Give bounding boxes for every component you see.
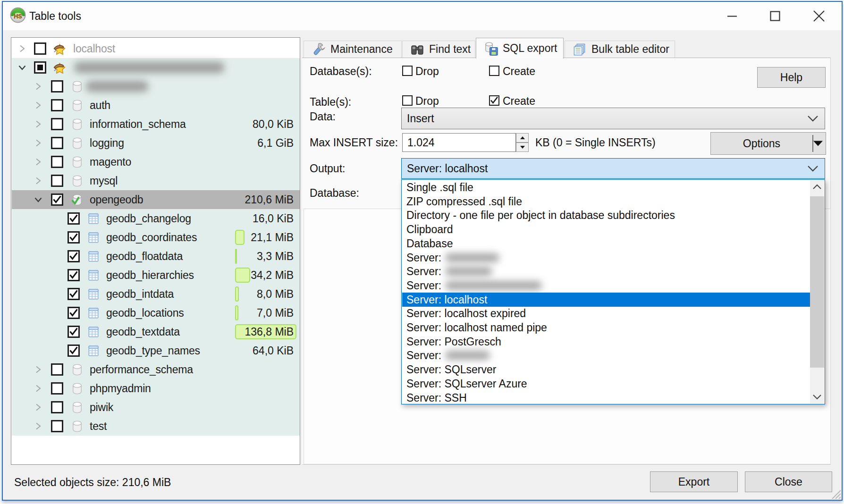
- tree-row-information_schema[interactable]: information_schema80,0 KiB: [12, 115, 300, 134]
- dropdown-item-server-[interactable]: Server:: [402, 278, 811, 293]
- database-label: Database:: [310, 187, 359, 199]
- tree-row-geodb_hierarchies[interactable]: geodb_hierarchies34,2 MiB: [12, 266, 300, 285]
- help-button[interactable]: Help: [757, 67, 826, 88]
- tree-checkbox-checked[interactable]: [68, 250, 80, 262]
- tree-row-censored[interactable]: [12, 77, 300, 96]
- tab-maintenance[interactable]: Maintenance: [304, 41, 402, 58]
- tree-row-geodb_coordinates[interactable]: geodb_coordinates21,1 MiB: [12, 228, 300, 247]
- data-combobox[interactable]: Insert: [401, 108, 825, 129]
- tree-checkbox-checked[interactable]: [68, 269, 80, 281]
- dropdown-item-zip-compressed-sql-file[interactable]: ZIP compressed .sql file: [402, 194, 811, 209]
- expand-expand-chevron-icon[interactable]: [34, 139, 42, 147]
- tree-row-geodb_type_names[interactable]: geodb_type_names64,0 KiB: [12, 341, 300, 360]
- dropdown-item-server-localhost-expired[interactable]: Server: localhost expired: [402, 306, 811, 320]
- expand-collapse-chevron-icon[interactable]: [34, 196, 42, 203]
- expand-expand-chevron-icon[interactable]: [18, 45, 26, 52]
- tree-row-geodb_textdata[interactable]: geodb_textdata136,8 MiB: [12, 322, 300, 341]
- scroll-up-button[interactable]: [810, 180, 824, 193]
- expand-expand-chevron-icon[interactable]: [34, 158, 42, 166]
- tree-checkbox-checked[interactable]: [68, 288, 80, 300]
- expand-collapse-chevron-icon[interactable]: [18, 64, 26, 71]
- close-dialog-button[interactable]: Close: [745, 471, 832, 492]
- tree-checkbox-checked[interactable]: [68, 212, 80, 225]
- dropdown-item-server-localhost[interactable]: Server: localhost: [402, 293, 811, 307]
- dropdown-item-single-sql-file[interactable]: Single .sql file: [402, 180, 811, 194]
- dropdown-item-server-ssh[interactable]: Server: SSH: [402, 391, 811, 405]
- tab-bulk-table-editor[interactable]: Bulk table editor: [565, 41, 675, 58]
- close-button[interactable]: [803, 2, 835, 30]
- tree-checkbox-unchecked[interactable]: [51, 420, 63, 432]
- tree-checkbox-unchecked[interactable]: [51, 118, 63, 130]
- dropdown-item-directory-one-file-per-object-in-database-subdirectories[interactable]: Directory - one file per object in datab…: [402, 208, 811, 222]
- expand-expand-chevron-icon[interactable]: [34, 403, 42, 411]
- object-tree[interactable]: localhost auth information_schema80,0 Ki…: [11, 37, 300, 465]
- tree-row-auth[interactable]: auth: [12, 96, 300, 115]
- tree-row-logging[interactable]: logging6,1 GiB: [12, 134, 300, 152]
- tree-checkbox-unchecked[interactable]: [51, 80, 63, 92]
- close-icon: [813, 10, 825, 22]
- tables-drop-checkbox[interactable]: [402, 95, 413, 106]
- dropdown-item-clipboard[interactable]: Clipboard: [402, 222, 811, 236]
- tree-row-censored[interactable]: [12, 58, 300, 77]
- minimize-button[interactable]: [717, 2, 748, 30]
- tab-find-text[interactable]: Find text: [402, 41, 475, 58]
- tree-checkbox-unchecked[interactable]: [51, 363, 63, 376]
- tree-row-opengeodb[interactable]: opengeodb210,6 MiB: [12, 190, 300, 209]
- tree-row-magento[interactable]: magento: [12, 152, 300, 171]
- tree-checkbox-unchecked[interactable]: [51, 156, 63, 168]
- tree-checkbox-checked[interactable]: [68, 231, 80, 244]
- tree-row-test[interactable]: test: [12, 417, 300, 436]
- tab-sql-export[interactable]: SQL export: [476, 38, 564, 59]
- expand-expand-chevron-icon[interactable]: [34, 366, 42, 373]
- tree-checkbox-unchecked[interactable]: [51, 401, 63, 413]
- databases-drop-checkbox[interactable]: [402, 66, 413, 76]
- tree-row-mysql[interactable]: mysql: [12, 171, 300, 190]
- tree-checkbox-checked[interactable]: [51, 193, 63, 206]
- resize-grip[interactable]: [830, 488, 841, 499]
- scroll-down-button[interactable]: [810, 390, 824, 403]
- dropdown-item-server-localhost-named-pipe[interactable]: Server: localhost named pipe: [402, 320, 811, 335]
- options-button[interactable]: Options: [710, 132, 826, 155]
- spin-up-button[interactable]: [516, 133, 529, 143]
- tree-checkbox-checked[interactable]: [68, 344, 80, 357]
- databases-create-checkbox[interactable]: [489, 66, 499, 76]
- tree-row-performance_schema[interactable]: performance_schema: [12, 360, 300, 379]
- tables-create-checkbox[interactable]: [489, 95, 499, 106]
- dropdown-item-server-sqlserver-azure[interactable]: Server: SQLserver Azure: [402, 377, 811, 391]
- tree-checkbox-unchecked[interactable]: [34, 42, 46, 55]
- scrollbar-thumb[interactable]: [810, 196, 824, 368]
- dropdown-item-database[interactable]: Database: [402, 236, 811, 251]
- tree-row-geodb_intdata[interactable]: geodb_intdata8,0 MiB: [12, 285, 300, 303]
- expand-expand-chevron-icon[interactable]: [34, 422, 42, 430]
- tree-row-localhost[interactable]: localhost: [12, 39, 300, 58]
- tree-row-geodb_locations[interactable]: geodb_locations7,0 MiB: [12, 303, 300, 322]
- tree-row-geodb_changelog[interactable]: geodb_changelog16,0 KiB: [12, 209, 300, 228]
- tree-checkbox-unchecked[interactable]: [51, 137, 63, 149]
- tree-checkbox-unchecked[interactable]: [51, 99, 63, 111]
- output-combobox[interactable]: Server: localhost: [401, 158, 825, 179]
- dropdown-item-server-[interactable]: Server:: [402, 251, 811, 265]
- export-button[interactable]: Export: [650, 471, 738, 492]
- expand-expand-chevron-icon[interactable]: [34, 83, 42, 90]
- tree-row-piwik[interactable]: piwik: [12, 398, 300, 417]
- dropdown-item-server-[interactable]: Server:: [402, 264, 811, 278]
- tree-checkbox-partial[interactable]: [34, 61, 46, 74]
- maximize-button[interactable]: [760, 2, 791, 30]
- tree-row-phpmyadmin[interactable]: phpmyadmin: [12, 379, 300, 398]
- dropdown-item-server-postgresch[interactable]: Server: PostGresch: [402, 335, 811, 349]
- expand-expand-chevron-icon[interactable]: [34, 385, 42, 392]
- options-dropdown-icon[interactable]: [813, 141, 823, 147]
- expand-expand-chevron-icon[interactable]: [34, 101, 42, 109]
- dropdown-scrollbar[interactable]: [810, 180, 824, 403]
- tree-checkbox-checked[interactable]: [68, 307, 80, 319]
- expand-expand-chevron-icon[interactable]: [34, 177, 42, 185]
- tree-checkbox-unchecked[interactable]: [51, 175, 63, 187]
- tree-checkbox-checked[interactable]: [68, 326, 80, 338]
- dropdown-item-server-[interactable]: Server:: [402, 348, 811, 362]
- expand-expand-chevron-icon[interactable]: [34, 120, 42, 128]
- max-insert-input[interactable]: 1.024: [402, 133, 516, 152]
- spin-down-button[interactable]: [516, 143, 529, 152]
- tree-checkbox-unchecked[interactable]: [51, 382, 63, 395]
- dropdown-item-server-sqlserver[interactable]: Server: SQLserver: [402, 362, 811, 377]
- tree-row-geodb_floatdata[interactable]: geodb_floatdata3,3 MiB: [12, 247, 300, 266]
